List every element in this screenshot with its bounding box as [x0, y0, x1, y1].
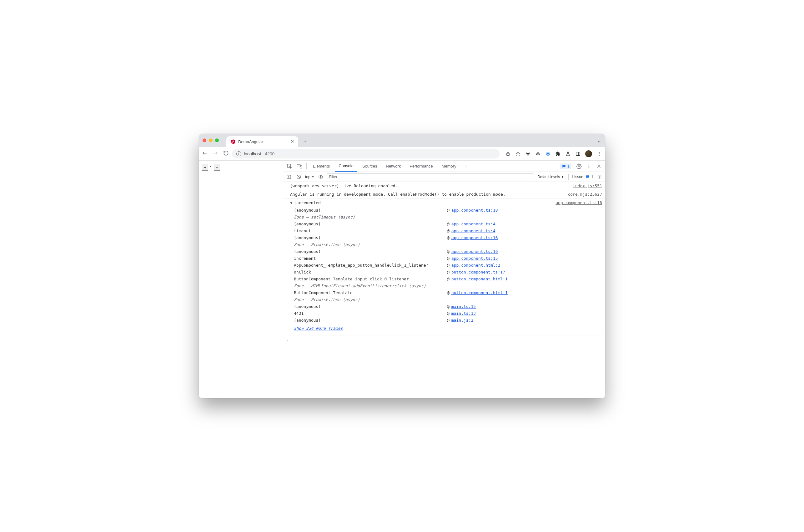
frame-at: @ — [447, 269, 449, 276]
share-icon[interactable] — [505, 151, 511, 157]
frame-at: @ — [447, 310, 449, 317]
more-tabs-icon[interactable]: » — [461, 161, 471, 172]
devtools-panel: Elements Console Sources Network Perform… — [283, 161, 605, 398]
stack-frame: Zone — setTimeout (async) — [290, 214, 602, 221]
frame-function: (anonymous) — [294, 317, 447, 324]
browser-menu-icon[interactable] — [596, 151, 602, 157]
increment-button[interactable]: + — [202, 164, 208, 171]
disclosure-triangle-icon[interactable]: ▼ — [290, 200, 292, 206]
close-window-button[interactable] — [203, 138, 206, 142]
svg-point-8 — [528, 153, 529, 153]
devtools-menu-icon[interactable] — [585, 162, 593, 171]
frame-function: 4431 — [294, 310, 447, 317]
frame-source-link[interactable]: main.ts:13 — [452, 310, 476, 317]
site-info-icon[interactable]: i — [236, 151, 241, 156]
issues-button[interactable]: 1 Issue: 1 — [571, 175, 593, 179]
frame-source-link[interactable]: main.js:2 — [452, 317, 473, 324]
tab-console[interactable]: Console — [335, 161, 357, 172]
frame-function: (anonymous) — [294, 207, 447, 214]
frame-source-link[interactable]: app.component.ts:16 — [452, 248, 498, 255]
stack-frame: ButtonComponent_Template@button.componen… — [290, 289, 602, 296]
frame-source-link[interactable]: app.component.ts:4 — [452, 221, 496, 228]
tab-sources[interactable]: Sources — [359, 161, 381, 172]
close-devtools-icon[interactable] — [595, 162, 603, 171]
back-button[interactable] — [202, 150, 208, 157]
decrement-button[interactable]: - — [214, 164, 220, 171]
tab-elements[interactable]: Elements — [309, 161, 333, 172]
svg-point-21 — [578, 165, 580, 167]
svg-point-23 — [589, 166, 590, 167]
tab-memory[interactable]: Memory — [438, 161, 460, 172]
browser-tab[interactable]: DemoAngular × — [226, 136, 298, 147]
device-toolbar-icon[interactable] — [295, 162, 304, 171]
stack-frame: (anonymous)@main.ts:15 — [290, 303, 602, 310]
frame-source-link[interactable]: app.component.html:2 — [452, 262, 500, 269]
chevron-down-icon[interactable] — [597, 139, 601, 145]
extension-incognito-icon[interactable] — [535, 151, 541, 157]
console-filter-input[interactable] — [327, 173, 533, 180]
side-panel-icon[interactable] — [575, 151, 581, 157]
frame-source-link[interactable]: main.ts:15 — [452, 303, 476, 310]
frame-function: Zone — Promise.then (async) — [294, 296, 447, 303]
extension-eye-icon[interactable] — [545, 151, 551, 157]
console-prompt[interactable]: › — [283, 336, 605, 345]
inspect-element-icon[interactable] — [285, 162, 294, 171]
show-more-frames[interactable]: Show 234 more frames — [290, 325, 602, 332]
toggle-sidebar-icon[interactable] — [285, 173, 292, 180]
frame-source-link[interactable]: button.component.html:1 — [452, 289, 508, 296]
log-levels-select[interactable]: Default levels▼ — [537, 175, 564, 179]
frame-function: (anonymous) — [294, 234, 447, 241]
log-source-link[interactable]: core.mjs:25627 — [568, 191, 602, 198]
svg-point-10 — [538, 154, 539, 155]
labs-flask-icon[interactable] — [565, 151, 571, 157]
console-settings-gear-icon[interactable] — [596, 173, 603, 180]
maximize-window-button[interactable] — [215, 138, 219, 142]
log-message: Angular is running in development mode. … — [290, 191, 561, 198]
tab-performance[interactable]: Performance — [406, 161, 436, 172]
forward-button[interactable] — [213, 150, 218, 157]
minimize-window-button[interactable] — [209, 138, 213, 142]
frame-function: (anonymous) — [294, 303, 447, 310]
svg-marker-1 — [233, 139, 235, 144]
svg-point-31 — [599, 176, 600, 177]
extensions-icon[interactable] — [555, 151, 561, 157]
svg-point-15 — [599, 152, 600, 153]
stack-frame: (anonymous)@app.component.ts:16 — [290, 248, 602, 255]
console-log-row: Angular is running in development mode. … — [283, 190, 605, 199]
frame-source-link[interactable]: button.component.ts:17 — [452, 269, 505, 276]
frame-source-link[interactable]: button.component.html:1 — [452, 276, 508, 283]
frame-source-link[interactable]: app.component.ts:18 — [452, 207, 498, 214]
console-output[interactable]: [webpack-dev-server] Live Reloading enab… — [283, 182, 605, 398]
bookmark-star-icon[interactable] — [515, 151, 521, 157]
reload-button[interactable] — [223, 150, 229, 157]
tab-network[interactable]: Network — [382, 161, 405, 172]
context-select[interactable]: top▼ — [305, 175, 314, 179]
frame-function: ButtonComponent_Template_input_click_0_l… — [294, 276, 447, 283]
log-source-link[interactable]: index.js:551 — [573, 183, 602, 189]
url-field[interactable]: i localhost:4200 — [232, 149, 499, 158]
tab-title: DemoAngular — [238, 139, 263, 144]
content-area: + 1 - Elements Console Sources Network P… — [199, 161, 605, 398]
frame-source-link[interactable]: app.component.ts:4 — [452, 228, 496, 234]
settings-gear-icon[interactable] — [575, 162, 583, 171]
frame-at: @ — [447, 289, 449, 296]
frame-source-link[interactable]: app.component.ts:16 — [452, 234, 498, 241]
stack-frame: ButtonComponent_Template_input_click_0_l… — [290, 276, 602, 283]
page-viewport: + 1 - — [199, 161, 283, 398]
frame-at: @ — [447, 255, 449, 262]
close-tab-icon[interactable]: × — [291, 139, 294, 145]
trace-source-link[interactable]: app.component.ts:18 — [555, 200, 602, 206]
stack-frame: onClick@button.component.ts:17 — [290, 269, 602, 276]
clear-console-icon[interactable] — [295, 173, 303, 180]
frame-function: AppComponent_Template_app_button_handleC… — [294, 262, 447, 269]
live-expression-eye-icon[interactable] — [317, 173, 324, 180]
stack-frame: AppComponent_Template_app_button_handleC… — [290, 262, 602, 269]
frame-source-link[interactable]: app.component.ts:15 — [452, 255, 498, 262]
profile-avatar[interactable] — [585, 150, 592, 157]
extension-skull-icon[interactable] — [525, 151, 531, 157]
frame-function: Zone — Promise.then (async) — [294, 241, 447, 248]
tab-strip: DemoAngular × + — [199, 134, 605, 147]
new-tab-button[interactable]: + — [301, 137, 309, 146]
url-host: localhost — [244, 151, 261, 156]
messages-chip[interactable]: 1 — [560, 164, 571, 169]
